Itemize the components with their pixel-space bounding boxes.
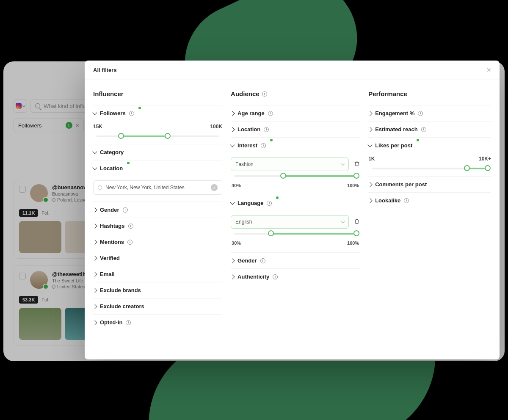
chevron-right-icon	[92, 272, 97, 276]
delete-language-button[interactable]	[354, 218, 360, 225]
chip-label: Followers	[18, 122, 42, 129]
filter-likes[interactable]: Likes per post	[368, 137, 491, 153]
chevron-down-icon	[22, 104, 25, 107]
filter-engagement[interactable]: Engagement % i	[368, 105, 491, 121]
pin-icon	[97, 185, 103, 191]
stat-label: Fol.	[41, 297, 49, 302]
info-icon[interactable]: i	[418, 111, 423, 116]
language-select[interactable]: English	[231, 215, 349, 229]
select-value: Fashion	[235, 161, 254, 167]
chevron-right-icon	[230, 274, 235, 279]
chevron-right-icon	[92, 320, 97, 325]
select-value: English	[235, 219, 252, 225]
chevron-down-icon	[92, 149, 97, 154]
chevron-down-icon	[341, 220, 345, 223]
influencer-column: Influencer Followers i 15K 100K	[93, 90, 222, 330]
slider-handle-max[interactable]	[165, 133, 171, 139]
pct-max: 100%	[347, 183, 359, 188]
chevron-right-icon	[230, 111, 235, 116]
info-icon[interactable]: i	[273, 274, 278, 279]
filter-exclude-creators[interactable]: Exclude creators	[93, 298, 222, 314]
active-indicator	[138, 107, 141, 109]
chevron-right-icon	[92, 207, 97, 212]
slider-handle-min[interactable]	[268, 230, 274, 236]
modal-title: All filters	[93, 67, 117, 73]
slider-min: 15K	[93, 124, 102, 130]
slider-handle-min[interactable]	[464, 165, 470, 171]
slider-handle-max[interactable]	[353, 230, 359, 236]
filter-hashtags[interactable]: Hashtags i	[93, 218, 222, 234]
filter-authenticity[interactable]: Authenticity i	[231, 268, 360, 285]
followers-slider[interactable]	[97, 135, 219, 137]
filter-location[interactable]: Location	[93, 160, 222, 176]
filter-audience-gender[interactable]: Gender i	[231, 252, 360, 268]
info-icon[interactable]: i	[264, 127, 269, 132]
section-title-audience: Audience i	[231, 90, 360, 97]
info-icon[interactable]: i	[126, 320, 131, 325]
chevron-down-icon	[92, 165, 97, 170]
filter-lookalike[interactable]: Lookalike i	[368, 192, 491, 208]
interest-range-slider[interactable]	[234, 175, 356, 177]
filter-exclude-brands[interactable]: Exclude brands	[93, 282, 222, 298]
info-icon[interactable]: i	[262, 91, 267, 97]
info-icon[interactable]: i	[127, 240, 133, 245]
filter-verified[interactable]: Verified	[93, 250, 222, 266]
pct-min: 30%	[232, 240, 241, 246]
filter-chip-followers[interactable]: Followers 1 ×	[14, 119, 84, 132]
chevron-right-icon	[92, 288, 97, 293]
location-input[interactable]: New York, New York, United States ×	[93, 180, 222, 195]
slider-handle-max[interactable]	[485, 165, 491, 171]
close-button[interactable]: ×	[486, 66, 491, 75]
search-icon	[35, 103, 40, 108]
audience-column: Audience i Age range i Location i Intere…	[231, 90, 360, 330]
select-checkbox[interactable]	[19, 186, 26, 193]
platform-select[interactable]	[14, 99, 27, 113]
info-icon[interactable]: i	[421, 127, 426, 132]
chevron-down-icon	[367, 142, 372, 147]
avatar	[30, 184, 48, 202]
pct-min: 40%	[232, 183, 241, 188]
language-range-slider[interactable]	[234, 233, 356, 235]
chevron-right-icon	[367, 198, 372, 203]
chevron-right-icon	[367, 127, 372, 132]
info-icon[interactable]: i	[404, 198, 409, 203]
stat-label: Fol.	[41, 210, 49, 216]
chevron-down-icon	[92, 110, 97, 115]
pin-icon	[51, 284, 56, 289]
info-icon[interactable]: i	[268, 111, 273, 116]
filter-audience-location[interactable]: Location i	[231, 121, 360, 137]
location-value: New York, New York, United States	[105, 185, 185, 191]
filter-language[interactable]: Language i	[231, 195, 360, 211]
info-icon[interactable]: i	[261, 143, 266, 148]
slider-handle-max[interactable]	[353, 173, 359, 179]
filter-email[interactable]: Email	[93, 266, 222, 282]
delete-interest-button[interactable]	[354, 160, 360, 167]
slider-handle-min[interactable]	[280, 173, 286, 179]
filter-category[interactable]: Category	[93, 144, 222, 160]
filter-followers[interactable]: Followers i	[93, 105, 222, 121]
info-icon[interactable]: i	[123, 207, 128, 213]
slider-handle-min[interactable]	[118, 133, 124, 139]
chevron-down-icon	[341, 162, 345, 166]
info-icon[interactable]: i	[260, 258, 265, 263]
chevron-right-icon	[367, 182, 372, 187]
likes-slider[interactable]	[372, 168, 488, 169]
clear-location-button[interactable]: ×	[211, 184, 218, 191]
filter-age-range[interactable]: Age range i	[231, 105, 360, 121]
filter-comments[interactable]: Comments per post	[368, 176, 491, 192]
info-icon[interactable]: i	[129, 111, 134, 116]
info-icon[interactable]: i	[128, 224, 133, 229]
filter-gender[interactable]: Gender i	[93, 202, 222, 218]
chevron-right-icon	[92, 240, 97, 244]
post-thumbnail	[19, 308, 61, 340]
interest-select[interactable]: Fashion	[231, 158, 349, 171]
close-icon[interactable]: ×	[76, 122, 79, 129]
info-icon[interactable]: i	[267, 201, 272, 206]
filter-interest[interactable]: Interest i	[231, 137, 360, 153]
slider-max: 10K+	[479, 156, 491, 162]
filter-reach[interactable]: Estimated reach i	[368, 121, 491, 137]
filter-opted-in[interactable]: Opted-in i	[93, 314, 222, 330]
select-checkbox[interactable]	[19, 273, 26, 279]
slider-max: 100K	[210, 124, 222, 130]
filter-mentions[interactable]: Mentions i	[93, 234, 222, 250]
